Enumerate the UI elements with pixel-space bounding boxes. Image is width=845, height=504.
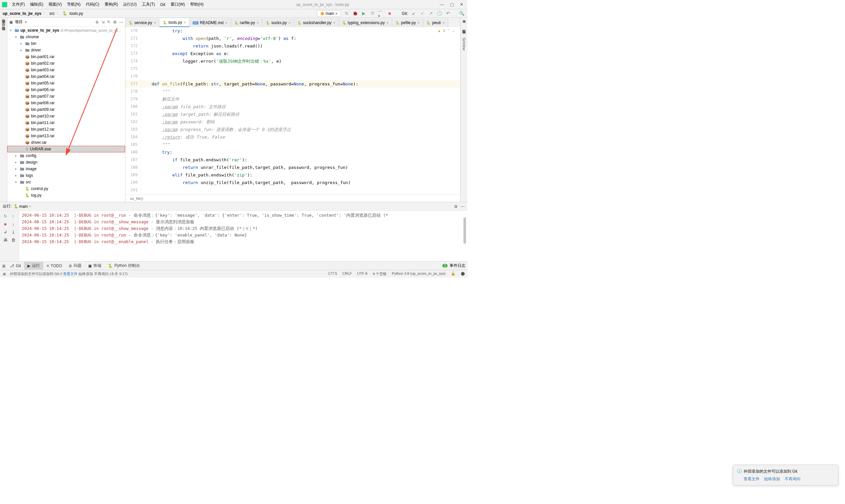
menu-run[interactable]: 运行(U) <box>121 1 139 8</box>
breadcrumb-file[interactable]: tools.py <box>69 11 83 16</box>
down-stack-icon[interactable]: ↓ <box>10 221 17 227</box>
run-settings-icon[interactable]: ✿ <box>454 204 457 209</box>
tree-row[interactable]: 📦bin.part06.rar <box>7 86 125 93</box>
tree-row[interactable]: 📦bin.part13.rar <box>7 132 125 139</box>
tree-row[interactable]: 📦driver.rar <box>7 139 125 146</box>
tree-row[interactable]: 🐍log.py <box>7 192 125 199</box>
console-scrollbar[interactable] <box>463 217 466 244</box>
tree-row[interactable]: 📦bin.part09.rar <box>7 106 125 113</box>
collapse-all-icon[interactable]: ⇱ <box>107 20 110 24</box>
profile-icon[interactable]: ⏱ <box>369 11 375 17</box>
tab-close-icon[interactable]: × <box>225 21 227 25</box>
minimize-icon[interactable]: — <box>440 2 444 7</box>
menu-view[interactable]: 视图(V) <box>47 1 64 8</box>
file-encoding[interactable]: UTF-8 <box>357 271 367 276</box>
stop-run-icon[interactable]: ■ <box>2 221 8 227</box>
tool-tab-sciview[interactable]: SciView <box>462 38 466 51</box>
tree-row[interactable]: ▾up_score_to_jw_sysD:\Project\pycharm\up… <box>7 27 125 34</box>
run-coverage-icon[interactable]: ▶ <box>361 11 367 17</box>
tab-close-icon[interactable]: × <box>333 21 335 25</box>
menu-tools[interactable]: 工具(T) <box>140 1 157 8</box>
hide-panel-icon[interactable]: — <box>119 20 123 24</box>
select-opened-icon[interactable]: ⊕ <box>95 20 99 24</box>
python-interpreter[interactable]: Python 3.8 (up_score_to_jw_sys) <box>392 271 446 276</box>
git-rollback-icon[interactable]: ↶ <box>445 11 451 17</box>
search-everywhere-icon[interactable]: 🔍 <box>459 11 465 17</box>
tree-row[interactable]: ▸driver <box>7 47 125 53</box>
editor-tab[interactable]: 🐍service.py× <box>125 18 159 27</box>
tool-strip-item[interactable]: ▶运行 <box>24 262 43 269</box>
editor-tab[interactable]: 🐍typing_extensions.py× <box>339 18 392 27</box>
tool-strip-item[interactable]: ▣终端 <box>85 262 105 269</box>
tree-row[interactable]: 🐍control.py <box>7 185 125 192</box>
tree-row[interactable]: 📦bin.part07.rar <box>7 93 125 100</box>
editor-tab[interactable]: 🐍peuti× <box>423 18 448 27</box>
tree-row[interactable]: 📦bin.part03.rar <box>7 67 125 73</box>
event-log-button[interactable]: 事件日志 <box>450 263 465 269</box>
git-commit-icon[interactable]: ✓ <box>419 11 425 17</box>
attach-icon[interactable]: ⋯▾ <box>378 11 384 17</box>
debug-icon[interactable]: 🐞 <box>352 11 358 17</box>
print-icon[interactable]: 🖶 <box>2 236 8 243</box>
git-history-icon[interactable]: 🕒 <box>436 11 442 17</box>
tree-row[interactable]: ▸config <box>7 152 125 159</box>
up-stack-icon[interactable]: ↑ <box>10 213 17 219</box>
editor-tab[interactable]: MDREADME.md× <box>190 18 231 27</box>
tab-close-icon[interactable]: × <box>184 20 186 24</box>
tab-close-icon[interactable]: × <box>154 21 156 25</box>
caret-position[interactable]: 177:5 <box>328 271 337 276</box>
project-tree[interactable]: ▾up_score_to_jw_sysD:\Project\pycharm\up… <box>7 26 125 202</box>
breadcrumb-root[interactable]: up_score_to_jw_sys <box>3 11 41 16</box>
tab-close-icon[interactable]: × <box>387 21 388 25</box>
tree-row[interactable]: 📦bin.part02.rar <box>7 60 125 67</box>
tab-close-icon[interactable]: × <box>442 21 444 25</box>
editor-tab[interactable]: 🐍pefile.py× <box>392 18 423 27</box>
inspection-widget[interactable]: ▲ 3 ⌃ ⌄ <box>437 29 455 33</box>
tree-row[interactable]: ▸image <box>7 166 125 172</box>
menu-file[interactable]: 文件(F) <box>10 1 27 8</box>
settings-icon[interactable]: ✿ <box>113 20 117 24</box>
status-view-files-link[interactable]: 查看文件 <box>63 272 77 276</box>
menu-help[interactable]: 帮助(H) <box>188 1 206 8</box>
next-highlight-icon[interactable]: ⌄ <box>452 29 455 33</box>
rerun-icon[interactable]: ↻ <box>2 213 8 219</box>
tool-strip-item[interactable]: ≡TODO <box>43 262 65 269</box>
close-icon[interactable]: ✕ <box>460 2 463 7</box>
menu-edit[interactable]: 编辑(E) <box>28 1 45 8</box>
menu-navigate[interactable]: 导航(N) <box>65 1 83 8</box>
tree-row[interactable]: ▾chrome <box>7 34 125 40</box>
indent-info[interactable]: 4 个空格 <box>373 271 387 276</box>
tree-row[interactable]: 📦bin.part08.rar <box>7 100 125 106</box>
tree-row[interactable]: ⚙UnRAR.exe <box>7 146 125 152</box>
scroll-end-icon[interactable]: ⤓ <box>10 229 17 235</box>
menu-refactor[interactable]: 重构(R) <box>103 1 120 8</box>
line-separator[interactable]: CRLF <box>342 271 352 276</box>
tree-row[interactable]: ▸design <box>7 159 125 166</box>
tree-row[interactable]: 📦bin.part12.rar <box>7 126 125 132</box>
run-config-name[interactable]: main <box>19 204 28 209</box>
editor-tab[interactable]: 🐍sockshandler.py× <box>294 18 339 27</box>
memory-indicator[interactable]: ⬤ <box>461 271 465 276</box>
git-branch-selector[interactable]: ⬤main▾ <box>317 10 341 17</box>
tool-strip-item[interactable]: 🐍Python 控制台 <box>105 262 143 269</box>
prev-highlight-icon[interactable]: ⌃ <box>447 29 450 33</box>
breadcrumb-src[interactable]: src <box>49 11 54 16</box>
run-icon[interactable]: ↻ <box>344 11 350 17</box>
tree-row[interactable]: ▸logs <box>7 172 125 179</box>
tree-row[interactable]: 📦bin.part01.rar <box>7 53 125 60</box>
git-update-icon[interactable]: ↙ <box>411 11 417 17</box>
maximize-icon[interactable]: ▢ <box>450 2 454 7</box>
tree-row[interactable]: ▸bin <box>7 40 125 47</box>
menu-window[interactable]: 窗口(W) <box>169 1 187 8</box>
expand-all-icon[interactable]: ⇲ <box>101 20 105 24</box>
run-hide-icon[interactable]: — <box>461 204 465 209</box>
tree-row[interactable]: 📦bin.part10.rar <box>7 113 125 120</box>
editor-body[interactable]: 1701711721731741751761771781791801811821… <box>125 27 460 195</box>
stop-icon[interactable]: ■ <box>387 11 392 17</box>
git-push-icon[interactable]: ↗ <box>428 11 434 17</box>
tree-row[interactable]: 📦bin.part05.rar <box>7 80 125 86</box>
editor-tab[interactable]: 🐍tools.py× <box>159 18 190 27</box>
editor-tab[interactable]: 🐍socks.py× <box>262 18 294 27</box>
code-area[interactable]: try: with open(path, 'r', encoding='utf-… <box>141 27 460 195</box>
clear-icon[interactable]: 🗑 <box>10 236 17 243</box>
